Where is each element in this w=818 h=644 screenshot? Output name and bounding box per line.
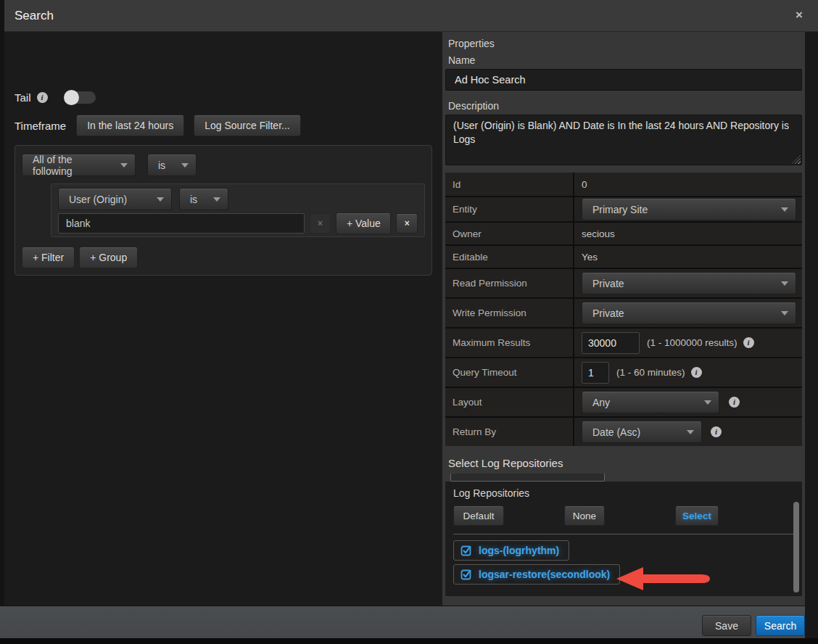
select-log-repositories-label: Select Log Repositories — [448, 457, 805, 469]
group-condition-dropdown[interactable]: is — [147, 154, 197, 176]
save-button[interactable]: Save — [702, 615, 751, 636]
tail-row: Tail i — [15, 90, 96, 105]
add-group-button[interactable]: + Group — [79, 247, 138, 268]
timeframe-label: Timeframe — [15, 120, 66, 132]
row-label: Return By — [445, 418, 574, 446]
table-row-read-permission: Read Permission Private — [445, 268, 802, 297]
remove-filter-button[interactable]: × — [396, 213, 418, 234]
write-permission-dropdown[interactable]: Private — [582, 302, 796, 324]
description-label: Description — [448, 100, 805, 112]
description-textarea[interactable]: (User (Origin) is Blank) AND Date is In … — [445, 115, 802, 165]
chevron-down-icon — [120, 163, 128, 168]
id-value: 0 — [582, 179, 587, 190]
group-operator-value: All of the following — [33, 154, 113, 177]
close-icon[interactable]: × — [792, 8, 806, 22]
row-label: Query Timeout — [445, 358, 574, 387]
remove-value-button: × — [310, 213, 331, 234]
filter-row: User (Origin) is × + Value × — [51, 183, 425, 237]
table-row-write-permission: Write Permission Private — [445, 297, 802, 327]
checkbox-checked-icon — [460, 569, 472, 580]
red-arrow-annotation-icon — [615, 566, 711, 592]
info-icon[interactable]: i — [729, 397, 740, 408]
query-timeout-input[interactable] — [582, 362, 609, 384]
row-label: Owner — [445, 223, 574, 244]
filter-operator-dropdown[interactable]: is — [179, 188, 228, 210]
table-row-editable: Editable Yes — [445, 244, 802, 268]
filter-group-box: All of the following is User (Origin) is — [15, 145, 432, 276]
info-icon[interactable]: i — [743, 337, 754, 348]
dialog-titlebar: Search × — [4, 0, 818, 32]
name-label: Name — [448, 54, 805, 66]
return-by-dropdown[interactable]: Date (Asc) — [582, 421, 702, 443]
read-permission-dropdown[interactable]: Private — [582, 272, 796, 294]
filter-field-value: User (Origin) — [69, 194, 127, 205]
checkbox-checked-icon — [460, 545, 472, 556]
filter-value-input[interactable] — [58, 213, 305, 234]
table-row-entity: Entity Primary Site — [445, 196, 802, 221]
properties-header: Properties — [448, 38, 805, 49]
return-by-value: Date (Asc) — [592, 426, 640, 438]
table-row-id: Id 0 — [445, 173, 802, 196]
chevron-down-icon — [213, 197, 220, 202]
info-icon[interactable]: i — [691, 367, 702, 378]
repos-scrollbar-thumb[interactable] — [793, 502, 799, 593]
write-permission-value: Private — [592, 307, 624, 319]
chevron-down-icon — [781, 207, 788, 212]
query-timeout-hint: (1 - 60 minutes) — [616, 367, 685, 378]
filter-operator-value: is — [190, 194, 197, 205]
search-criteria-panel: Tail i Timeframe In the last 24 hours Lo… — [4, 32, 442, 606]
row-label: Read Permission — [445, 269, 574, 297]
table-row-maximum-results: Maximum Results (1 - 1000000 results) i — [445, 327, 802, 357]
name-input[interactable] — [445, 69, 802, 91]
layout-value: Any — [592, 397, 610, 408]
timeframe-button[interactable]: In the last 24 hours — [76, 115, 184, 136]
repo-chip-label: logs-(logrhythm) — [479, 545, 559, 556]
search-button[interactable]: Search — [756, 615, 805, 636]
add-value-button[interactable]: + Value — [336, 212, 391, 234]
none-button[interactable]: None — [564, 505, 605, 526]
chevron-down-icon — [781, 311, 788, 315]
owner-value: secious — [582, 228, 615, 239]
timeframe-row: Timeframe In the last 24 hours Log Sourc… — [15, 115, 301, 136]
chevron-down-icon — [181, 163, 189, 168]
tail-label: Tail — [15, 91, 31, 104]
repo-chip-label: logsar-restore(secondlook) — [479, 569, 610, 580]
log-repositories-label: Log Repositories — [453, 487, 802, 499]
editable-value: Yes — [582, 252, 598, 263]
maximum-results-input[interactable] — [582, 332, 640, 354]
add-filter-button[interactable]: + Filter — [22, 247, 75, 268]
layout-dropdown[interactable]: Any — [582, 391, 719, 413]
table-row-owner: Owner secious — [445, 221, 802, 244]
filter-field-dropdown[interactable]: User (Origin) — [58, 188, 172, 210]
group-operator-dropdown[interactable]: All of the following — [22, 154, 136, 176]
chevron-down-icon — [781, 281, 788, 286]
tail-toggle-knob — [64, 90, 79, 105]
row-label: Layout — [445, 388, 574, 416]
chevron-down-icon — [704, 400, 711, 405]
default-button[interactable]: Default — [453, 505, 504, 526]
dialog-title: Search — [15, 0, 54, 31]
scrolled-input-remnant — [450, 474, 605, 482]
row-label: Entity — [445, 197, 574, 221]
read-permission-value: Private — [592, 278, 624, 289]
info-icon[interactable]: i — [711, 426, 722, 437]
row-label: Maximum Results — [445, 329, 574, 357]
table-row-query-timeout: Query Timeout (1 - 60 minutes) i — [445, 357, 802, 387]
log-source-filter-button[interactable]: Log Source Filter... — [194, 115, 301, 136]
table-row-layout: Layout Any i — [445, 387, 802, 416]
table-row-return-by: Return By Date (Asc) i — [445, 416, 802, 446]
row-label: Id — [445, 173, 574, 196]
repo-chip-logsar-restore-secondlook[interactable]: logsar-restore(secondlook) — [453, 564, 620, 585]
log-repositories-panel: Log Repositories Default None Select log… — [445, 482, 802, 596]
dialog-footer: Save Search — [0, 606, 805, 638]
maximum-results-hint: (1 - 1000000 results) — [647, 337, 738, 348]
entity-dropdown[interactable]: Primary Site — [582, 198, 796, 220]
properties-table: Id 0 Entity Primary Site Owner secious E… — [445, 173, 802, 446]
tail-info-icon[interactable]: i — [37, 92, 48, 103]
background-page-strip — [805, 32, 818, 644]
select-button[interactable]: Select — [675, 505, 719, 526]
tail-toggle[interactable] — [64, 90, 96, 105]
divider — [453, 534, 795, 534]
repo-chip-logs-logrhythm[interactable]: logs-(logrhythm) — [453, 540, 569, 561]
chevron-down-icon — [687, 430, 694, 434]
